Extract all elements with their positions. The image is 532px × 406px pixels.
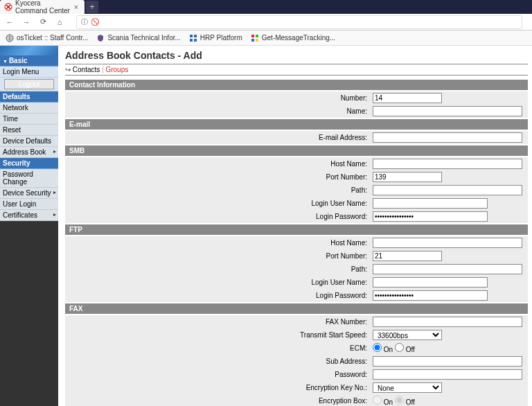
label-ftp-port: Port Number: (65, 249, 370, 263)
ecm-on-radio[interactable]: On (373, 346, 393, 353)
sidebar-item-network[interactable]: Network (0, 103, 58, 114)
browser-tab-strip: Kyocera Command Center × + (0, 0, 532, 14)
tab-title: Kyocera Command Center (15, 0, 72, 15)
enc-box-on-radio[interactable]: On (373, 398, 393, 406)
sidebar-login-menu[interactable]: Login Menu (0, 67, 58, 78)
bookmarks-bar: osTicket :: Staff Contr... Scania Techni… (0, 30, 532, 46)
section-smb: SMB (65, 145, 528, 156)
globe-icon (6, 34, 14, 42)
tab-separator: | (102, 66, 104, 73)
svg-rect-7 (256, 35, 258, 37)
browser-tab-active[interactable]: Kyocera Command Center × (0, 0, 85, 14)
sidebar-logout-wrap: Logout (0, 78, 58, 91)
smb-pass-input[interactable] (373, 211, 488, 222)
ecm-off-radio[interactable]: Off (395, 346, 415, 353)
label-ftp-user: Login User Name: (65, 276, 370, 289)
smb-user-input[interactable] (373, 198, 488, 209)
shield-alert-icon: 🚫 (91, 18, 99, 26)
tab-groups[interactable]: Groups (105, 66, 128, 73)
email-input[interactable] (373, 132, 522, 143)
label-fax-password: Password: (65, 368, 370, 381)
bookmark-msgtrack[interactable]: Get-MessageTracking... (248, 32, 338, 44)
fax-password-input[interactable] (373, 369, 522, 380)
transmit-speed-select[interactable]: 33600bps (373, 330, 442, 340)
svg-rect-8 (251, 39, 254, 42)
sidebar-section-basic[interactable]: Basic (0, 55, 58, 67)
label-enc-box: Encryption Box: (65, 394, 370, 406)
logout-button[interactable]: Logout (4, 79, 54, 89)
bookmark-label: Scania Technical Infor... (107, 34, 180, 42)
grid-icon (189, 34, 197, 42)
sub-address-input[interactable] (373, 356, 522, 367)
ftp-port-input[interactable] (373, 251, 442, 261)
ftp-pass-input[interactable] (373, 290, 488, 301)
label-transmit-speed: Transmit Start Speed: (65, 328, 370, 342)
number-input[interactable] (373, 93, 442, 103)
sidebar-item-certificates[interactable]: Certificates (0, 210, 58, 221)
enc-box-off-radio[interactable]: Off (395, 398, 415, 406)
browser-navbar: ← → ⟳ ⌂ ⓘ 🚫 (0, 14, 532, 30)
smb-path-input[interactable] (373, 185, 522, 195)
new-tab-button[interactable]: + (86, 1, 98, 13)
label-sub-address: Sub Address: (65, 355, 370, 368)
svg-rect-3 (194, 35, 197, 37)
ftp-user-input[interactable] (373, 277, 488, 288)
sidebar-basic-label: Basic (9, 57, 28, 64)
sidebar-item-reset[interactable]: Reset (0, 125, 58, 136)
smb-port-input[interactable] (373, 172, 442, 182)
label-ftp-host: Host Name: (65, 236, 370, 249)
sidebar-section-security[interactable]: Security (0, 158, 58, 169)
close-tab-icon[interactable]: × (72, 3, 80, 11)
sidebar-banner (0, 46, 58, 55)
smb-host-input[interactable] (373, 159, 522, 169)
label-enc-key: Encryption Key No.: (65, 381, 370, 394)
label-ftp-path: Path: (65, 263, 370, 276)
label-number: Number: (65, 91, 370, 105)
svg-rect-5 (194, 39, 197, 42)
sidebar-item-address-book[interactable]: Address Book (0, 147, 58, 158)
label-smb-host: Host Name: (65, 157, 370, 170)
fax-number-input[interactable] (373, 317, 522, 327)
shield-icon (96, 34, 105, 42)
bookmark-scania[interactable]: Scania Technical Infor... (94, 32, 183, 44)
label-smb-user: Login User Name: (65, 197, 370, 210)
forward-button[interactable]: → (19, 15, 33, 29)
sidebar-item-time[interactable]: Time (0, 114, 58, 125)
name-input[interactable] (373, 106, 522, 116)
sidebar-item-device-defaults[interactable]: Device Defaults (0, 136, 58, 147)
label-smb-pass: Login Password: (65, 210, 370, 223)
grid-color-icon (251, 34, 259, 42)
sidebar-section-defaults[interactable]: Defaults (0, 91, 58, 103)
sidebar-item-password-change[interactable]: Password Change (0, 169, 58, 188)
section-contact-info: Contact Information (65, 80, 528, 90)
bookmark-label: HRP Platform (200, 34, 242, 42)
label-smb-port: Port Number: (65, 170, 370, 184)
enc-key-select[interactable]: None (373, 382, 442, 393)
bookmark-label: osTicket :: Staff Contr... (17, 34, 88, 42)
label-fax-number: FAX Number: (65, 315, 370, 328)
back-button[interactable]: ← (3, 15, 17, 29)
label-ftp-pass: Login Password: (65, 289, 370, 302)
label-name: Name: (65, 105, 370, 118)
crumb-icon (65, 66, 73, 73)
tab-contacts[interactable]: Contacts (73, 66, 100, 73)
reload-button[interactable]: ⟳ (36, 15, 50, 29)
sidebar-item-user-login[interactable]: User Login (0, 199, 58, 210)
tab-links: Contacts | Groups (65, 64, 528, 76)
svg-rect-9 (256, 39, 258, 42)
label-ecm: ECM: (65, 342, 370, 355)
ftp-host-input[interactable] (373, 238, 522, 248)
url-bar[interactable]: ⓘ 🚫 (76, 15, 522, 29)
home-button[interactable]: ⌂ (53, 15, 66, 29)
info-icon: ⓘ (81, 17, 88, 27)
bookmark-hrp[interactable]: HRP Platform (186, 32, 245, 44)
main-content: Address Book Contacts - Add Contacts | G… (58, 46, 532, 406)
ftp-path-input[interactable] (373, 264, 522, 274)
page-title: Address Book Contacts - Add (65, 50, 528, 61)
svg-rect-6 (251, 35, 254, 37)
label-smb-path: Path: (65, 184, 370, 197)
sidebar-item-device-security[interactable]: Device Security (0, 188, 58, 199)
svg-rect-4 (190, 39, 193, 42)
bookmark-osticket[interactable]: osTicket :: Staff Contr... (3, 32, 91, 44)
label-email: E-mail Address: (65, 131, 370, 144)
